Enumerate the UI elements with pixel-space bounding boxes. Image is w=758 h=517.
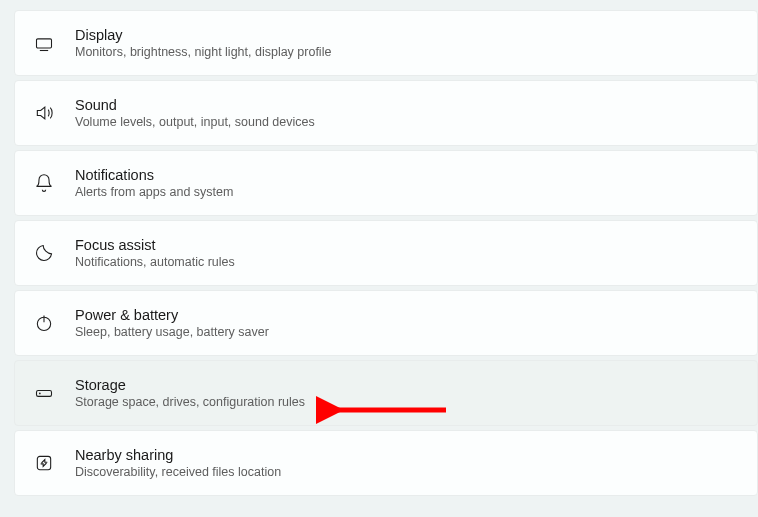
nearby-sharing-icon (31, 450, 57, 476)
system-settings-list: Display Monitors, brightness, night ligh… (14, 10, 758, 496)
settings-item-desc: Volume levels, output, input, sound devi… (75, 115, 315, 129)
notifications-icon (31, 170, 57, 196)
focus-assist-icon (31, 240, 57, 266)
settings-item-desc: Sleep, battery usage, battery saver (75, 325, 269, 339)
settings-item-nearby-sharing[interactable]: Nearby sharing Discoverability, received… (14, 430, 758, 496)
settings-item-sound[interactable]: Sound Volume levels, output, input, soun… (14, 80, 758, 146)
settings-item-power-battery[interactable]: Power & battery Sleep, battery usage, ba… (14, 290, 758, 356)
svg-rect-6 (37, 456, 50, 469)
settings-item-desc: Notifications, automatic rules (75, 255, 235, 269)
settings-item-text: Focus assist Notifications, automatic ru… (75, 237, 235, 269)
svg-point-5 (39, 393, 41, 395)
settings-item-text: Sound Volume levels, output, input, soun… (75, 97, 315, 129)
settings-item-text: Nearby sharing Discoverability, received… (75, 447, 281, 479)
settings-item-title: Storage (75, 377, 305, 393)
settings-item-display[interactable]: Display Monitors, brightness, night ligh… (14, 10, 758, 76)
settings-item-text: Notifications Alerts from apps and syste… (75, 167, 233, 199)
settings-item-desc: Alerts from apps and system (75, 185, 233, 199)
settings-item-title: Nearby sharing (75, 447, 281, 463)
settings-item-focus-assist[interactable]: Focus assist Notifications, automatic ru… (14, 220, 758, 286)
settings-item-title: Display (75, 27, 331, 43)
power-icon (31, 310, 57, 336)
settings-item-desc: Storage space, drives, configuration rul… (75, 395, 305, 409)
settings-item-notifications[interactable]: Notifications Alerts from apps and syste… (14, 150, 758, 216)
settings-item-text: Power & battery Sleep, battery usage, ba… (75, 307, 269, 339)
storage-icon (31, 380, 57, 406)
settings-item-desc: Monitors, brightness, night light, displ… (75, 45, 331, 59)
svg-rect-0 (37, 39, 52, 48)
settings-item-text: Storage Storage space, drives, configura… (75, 377, 305, 409)
svg-rect-4 (37, 391, 52, 397)
settings-item-text: Display Monitors, brightness, night ligh… (75, 27, 331, 59)
settings-item-title: Sound (75, 97, 315, 113)
settings-item-title: Power & battery (75, 307, 269, 323)
settings-item-title: Focus assist (75, 237, 235, 253)
settings-item-title: Notifications (75, 167, 233, 183)
display-icon (31, 30, 57, 56)
settings-item-desc: Discoverability, received files location (75, 465, 281, 479)
settings-item-storage[interactable]: Storage Storage space, drives, configura… (14, 360, 758, 426)
sound-icon (31, 100, 57, 126)
